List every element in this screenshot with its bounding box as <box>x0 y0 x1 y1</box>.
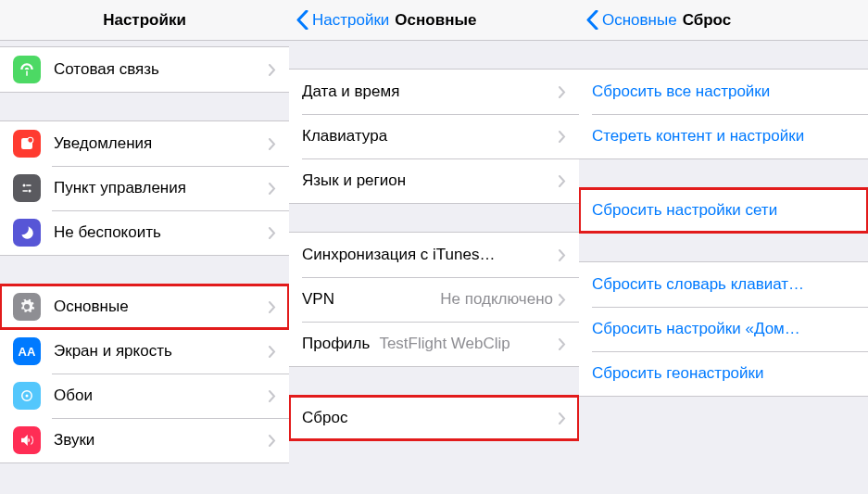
row-label: Стереть контент и настройки <box>592 127 855 146</box>
svg-rect-5 <box>23 190 28 192</box>
row-keyboard[interactable]: Клавиатура <box>289 114 579 158</box>
row-label: Пункт управления <box>54 179 269 197</box>
row-cellular[interactable]: Сотовая связь <box>0 47 289 92</box>
nav-title: Настройки <box>103 11 186 30</box>
row-label: Сбросить геонастройки <box>592 364 855 383</box>
display-icon: AA <box>13 337 41 365</box>
chevron-right-icon <box>269 183 276 195</box>
navbar: Основные Сброс <box>579 0 868 41</box>
notifications-icon <box>13 130 41 158</box>
chevron-right-icon <box>269 138 276 150</box>
row-reset-location[interactable]: Сбросить геонастройки <box>579 351 868 396</box>
row-label: Профиль <box>302 335 370 353</box>
row-label: Обои <box>54 386 269 405</box>
row-label: Звуки <box>54 431 269 450</box>
row-value: Не подключено <box>440 290 553 309</box>
chevron-right-icon <box>559 294 566 306</box>
controlcenter-icon <box>13 174 41 202</box>
row-reset-network[interactable]: Сбросить настройки сети <box>579 188 868 233</box>
chevron-right-icon <box>269 227 276 239</box>
row-vpn[interactable]: VPN Не подключено <box>289 277 579 322</box>
chevron-right-icon <box>559 412 566 424</box>
row-dnd[interactable]: Не беспокоить <box>0 210 289 255</box>
row-label: Сбросить словарь клавиат… <box>592 275 855 294</box>
row-sounds[interactable]: Звуки <box>0 418 289 462</box>
chevron-right-icon <box>269 346 276 358</box>
row-label: Сбросить все настройки <box>592 82 855 101</box>
back-label: Основные <box>602 11 677 30</box>
reset-screen: Основные Сброс Сбросить все настройки Ст… <box>579 0 868 494</box>
chevron-right-icon <box>559 249 566 261</box>
row-label: Синхронизация с iTunes… <box>302 246 559 264</box>
navbar: Настройки Основные <box>289 0 579 41</box>
row-language[interactable]: Язык и регион <box>289 158 579 203</box>
svg-point-2 <box>23 184 26 187</box>
row-reset-all-settings[interactable]: Сбросить все настройки <box>579 70 868 114</box>
wallpaper-icon <box>13 382 41 410</box>
nav-title: Основные <box>395 11 476 30</box>
chevron-right-icon <box>269 64 276 76</box>
row-display[interactable]: AA Экран и яркость <box>0 329 289 374</box>
navbar: Настройки <box>0 0 289 41</box>
back-button[interactable]: Основные <box>586 10 677 30</box>
row-value: TestFlight WebClip <box>379 335 553 353</box>
chevron-right-icon <box>559 175 566 187</box>
row-label: Дата и время <box>302 82 559 101</box>
row-label: Сотовая связь <box>54 60 269 79</box>
settings-root-screen: Настройки Сотовая связь Уведомления Пунк… <box>0 0 289 494</box>
row-reset-keyboard-dict[interactable]: Сбросить словарь клавиат… <box>579 262 868 307</box>
chevron-right-icon <box>559 86 566 98</box>
row-label: Сбросить настройки сети <box>592 201 855 220</box>
general-icon <box>13 293 41 321</box>
row-notifications[interactable]: Уведомления <box>0 121 289 166</box>
chevron-right-icon <box>269 435 276 447</box>
row-general[interactable]: Основные <box>0 285 289 329</box>
row-datetime[interactable]: Дата и время <box>289 70 579 114</box>
general-screen: Настройки Основные Дата и время Клавиату… <box>289 0 579 494</box>
chevron-right-icon <box>269 390 276 402</box>
row-label: Язык и регион <box>302 171 559 190</box>
row-itunes-sync[interactable]: Синхронизация с iTunes… <box>289 233 579 277</box>
back-label: Настройки <box>312 11 389 30</box>
chevron-right-icon <box>559 131 566 143</box>
row-reset[interactable]: Сброс <box>289 396 579 440</box>
nav-title: Сброс <box>683 11 732 30</box>
row-label: Сбросить настройки «Дом… <box>592 320 855 338</box>
row-profile[interactable]: Профиль TestFlight WebClip <box>289 322 579 366</box>
row-label: Экран и яркость <box>54 342 269 361</box>
row-label: Уведомления <box>54 134 269 153</box>
chevron-right-icon <box>269 301 276 313</box>
row-label: Основные <box>54 298 269 316</box>
back-button[interactable]: Настройки <box>296 10 389 30</box>
svg-point-1 <box>28 137 33 143</box>
row-label: Клавиатура <box>302 127 559 146</box>
row-erase-all[interactable]: Стереть контент и настройки <box>579 114 868 158</box>
row-label: Не беспокоить <box>54 223 269 242</box>
row-label: Сброс <box>302 409 559 427</box>
svg-point-7 <box>26 395 29 398</box>
row-reset-home[interactable]: Сбросить настройки «Дом… <box>579 307 868 351</box>
row-wallpaper[interactable]: Обои <box>0 374 289 418</box>
dnd-icon <box>13 219 41 247</box>
row-label: VPN <box>302 290 334 309</box>
cellular-icon <box>13 56 41 83</box>
svg-rect-3 <box>26 184 31 186</box>
chevron-right-icon <box>559 338 566 350</box>
row-controlcenter[interactable]: Пункт управления <box>0 166 289 210</box>
svg-point-4 <box>29 190 31 193</box>
sounds-icon <box>13 426 41 454</box>
